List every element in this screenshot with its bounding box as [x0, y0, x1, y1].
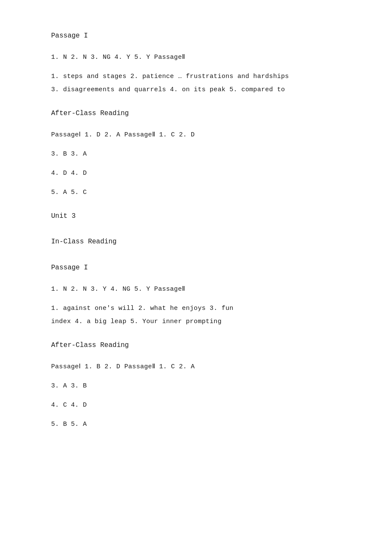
passage2-line1: 1. steps and stages 2. patience … frustr…	[51, 71, 341, 82]
unit3-heading: Unit 3	[51, 210, 341, 223]
line-4: 4. D 4. D	[51, 168, 341, 179]
u3-line-5: 5. B 5. A	[51, 419, 341, 430]
passage1-line1: 1. N 2. N 3. NG 4. Y 5. Y PassageⅡ	[51, 52, 341, 63]
line-5: 5. A 5. C	[51, 187, 341, 198]
in-class-heading: In-Class Reading	[51, 236, 341, 248]
passage-I-II-line: PassageⅠ 1. D 2. A PassageⅡ 1. C 2. D	[51, 129, 341, 141]
line-3: 3. B 3. A	[51, 148, 341, 160]
passage2-line2: 3. disagreements and quarrels 4. on its …	[51, 84, 341, 95]
passage1-heading: Passage I	[51, 30, 341, 42]
after-class-heading: After-Class Reading	[51, 107, 341, 120]
u3-passage2-line1: 1. against one's will 2. what he enjoys …	[51, 303, 341, 314]
u3-line-3: 3. A 3. B	[51, 380, 341, 392]
u3-passage1-line: 1. N 2. N 3. Y 4. NG 5. Y PassageⅡ	[51, 283, 341, 295]
u3-passage2-line2: index 4. a big leap 5. Your inner prompt…	[51, 316, 341, 327]
u3-passage-I-II-line: PassageⅠ 1. B 2. D PassageⅡ 1. C 2. A	[51, 361, 341, 373]
u3-line-4: 4. C 4. D	[51, 399, 341, 411]
u3-after-class-heading: After-Class Reading	[51, 339, 341, 352]
passage-I-heading2: Passage I	[51, 262, 341, 274]
